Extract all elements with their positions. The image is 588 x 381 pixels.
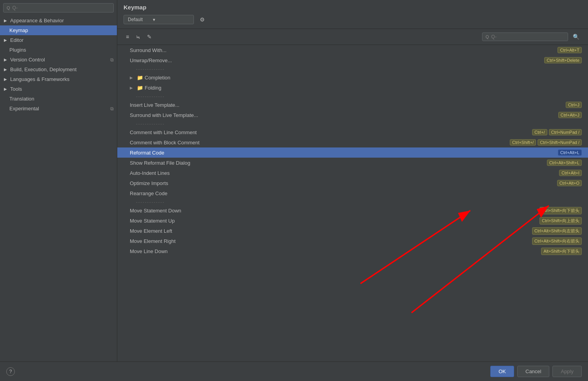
keymap-row-unwrap[interactable]: Unwrap/Remove...Ctrl+Shift+Delete (117, 55, 588, 65)
dropdown-value: Default (128, 17, 143, 22)
keymap-row-optimize-imports[interactable]: Optimize ImportsCtrl+Alt+O (117, 178, 588, 188)
keymap-row-sep3: ------------- (117, 120, 588, 127)
sidebar-item-label: Languages & Frameworks (10, 76, 114, 82)
keymap-row-show-reformat[interactable]: Show Reformat File DialogCtrl+Alt+Shift+… (117, 158, 588, 168)
cancel-button[interactable]: Cancel (517, 366, 549, 377)
sidebar-item-version-control[interactable]: ▶Version Control⧉ (0, 55, 117, 65)
shortcut-badge: Alt+Shift+向下箭头 (541, 248, 582, 255)
sidebar-item-label: Editor (10, 37, 114, 43)
keymap-row-insert-live[interactable]: Insert Live Template...Ctrl+J (117, 100, 588, 110)
edit-icon: ✎ (147, 34, 152, 40)
shortcuts-area: Alt+Shift+向下箭头 (541, 248, 582, 255)
shortcuts-area: Ctrl+Alt+L (558, 149, 582, 156)
shortcut-badge: Ctrl+Alt+T (558, 47, 582, 53)
keymap-row-completion[interactable]: ▶📁Completion (117, 72, 588, 83)
keymap-item-label: Move Element Left (130, 228, 532, 234)
toolbar-search-container[interactable]: Q (482, 32, 568, 41)
sidebar-item-label: Translation (9, 96, 114, 102)
sidebar-item-label: Keymap (9, 27, 114, 33)
toolbar-search-input[interactable] (491, 34, 565, 40)
separator-line: ------------- (136, 94, 165, 99)
keymap-row-move-stmt-up[interactable]: Move Statement UpCtrl+Shift+向上箭头 (117, 216, 588, 226)
help-button[interactable]: ? (6, 367, 15, 376)
sidebar-item-appearance[interactable]: ▶Appearance & Behavior (0, 16, 117, 25)
sidebar-item-experimental[interactable]: Experimental⧉ (0, 104, 117, 113)
keymap-row-reformat-code[interactable]: Reformat CodeCtrl+Alt+L (117, 147, 588, 158)
sidebar-item-editor[interactable]: ▶Editor (0, 35, 117, 45)
collapse-all-icon: ≒ (136, 34, 140, 40)
sidebar: Q ▶Appearance & BehaviorKeymap▶EditorPlu… (0, 0, 117, 361)
ok-button[interactable]: OK (490, 366, 514, 377)
keymap-item-label: Comment with Block Comment (130, 140, 510, 146)
shortcut-badge: Ctrl+Alt+Shift+向右箭头 (532, 237, 582, 245)
collapse-all-button[interactable]: ≒ (134, 32, 142, 41)
sidebar-item-plugins[interactable]: Plugins (0, 45, 117, 55)
keymap-row-move-elem-left[interactable]: Move Element LeftCtrl+Alt+Shift+向左箭头 (117, 226, 588, 236)
folder-icon: 📁 (137, 74, 143, 81)
keymap-row-move-stmt-down[interactable]: Move Statement DownCtrl+Shift+向下箭头 (117, 205, 588, 216)
bottom-right: OK Cancel Apply (490, 366, 582, 377)
shortcut-badge: Ctrl+Shift+向上箭头 (540, 217, 582, 225)
keymap-row-comment-block[interactable]: Comment with Block CommentCtrl+Shift+/Ct… (117, 137, 588, 147)
find-shortcut-button[interactable]: 🔍 (570, 32, 582, 41)
sidebar-item-tools[interactable]: ▶Tools (0, 84, 117, 94)
main-container: Q ▶Appearance & BehaviorKeymap▶EditorPlu… (0, 0, 588, 361)
expand-arrow-icon: ▶ (3, 58, 8, 62)
shortcuts-area: Ctrl+Alt+Shift+向右箭头 (532, 237, 582, 245)
toolbar-search-icon: Q (486, 34, 489, 39)
shortcut-badge: Ctrl+/ (532, 129, 547, 135)
sidebar-item-label: Appearance & Behavior (10, 18, 114, 23)
sidebar-item-build[interactable]: ▶Build, Execution, Deployment (0, 65, 117, 74)
expand-all-button[interactable]: ≡ (124, 32, 131, 41)
shortcut-badge: Ctrl+Alt+I (559, 170, 582, 176)
keymap-item-label: Folding (145, 85, 582, 91)
separator-line: ------------- (136, 199, 165, 204)
keymap-item-label: Auto-Indent Lines (130, 170, 559, 176)
shortcuts-area: Ctrl+J (566, 102, 582, 108)
shortcut-badge: Ctrl+Alt+L (558, 149, 582, 156)
keymap-item-label: Rearrange Code (130, 190, 582, 196)
shortcut-badge: Ctrl+Alt+Shift+L (547, 160, 582, 166)
keymap-row-sep4: ------------- (117, 198, 588, 205)
bottom-bar: ? OK Cancel Apply (0, 361, 588, 381)
keymap-row-move-line-down[interactable]: Move Line DownAlt+Shift+向下箭头 (117, 246, 588, 256)
shortcuts-area: Ctrl+Shift+向下箭头 (540, 207, 582, 214)
keymap-row-rearrange-code[interactable]: Rearrange Code (117, 188, 588, 198)
shortcuts-area: Ctrl+Alt+Shift+向左箭头 (532, 227, 582, 235)
shortcut-badge: Ctrl+J (566, 102, 582, 108)
keymap-item-label: Surround With... (130, 47, 558, 53)
separator-line: ------------- (136, 121, 165, 126)
folder-icon: 📁 (137, 84, 143, 91)
sidebar-item-languages[interactable]: ▶Languages & Frameworks (0, 74, 117, 84)
sidebar-item-keymap[interactable]: Keymap (0, 25, 117, 35)
shortcut-badge: Ctrl+Alt+J (558, 112, 582, 118)
sidebar-item-label: Version Control (10, 57, 108, 63)
keymap-row-auto-indent[interactable]: Auto-Indent LinesCtrl+Alt+I (117, 168, 588, 178)
sidebar-search-input[interactable] (13, 5, 110, 11)
keymap-item-label: Move Element Right (130, 238, 532, 244)
edit-shortcut-button[interactable]: ✎ (145, 32, 154, 41)
keymap-row-surround-live[interactable]: Surround with Live Template...Ctrl+Alt+J (117, 110, 588, 120)
dropdown-arrow-icon: ▼ (152, 18, 156, 22)
sidebar-item-label: Plugins (9, 47, 114, 53)
separator-line: ------------- (136, 66, 165, 71)
keymap-item-label: Show Reformat File Dialog (130, 160, 547, 166)
keymap-item-label: Surround with Live Template... (130, 112, 558, 118)
keymap-row-sep2: ------------- (117, 93, 588, 100)
copy-icon: ⧉ (110, 106, 114, 111)
keymap-row-surround-with[interactable]: Surround With...Ctrl+Alt+T (117, 45, 588, 55)
keymap-row-move-elem-right[interactable]: Move Element RightCtrl+Alt+Shift+向右箭头 (117, 236, 588, 246)
keymap-item-label: Comment with Line Comment (130, 129, 532, 135)
sidebar-item-translation[interactable]: Translation (0, 94, 117, 104)
expand-arrow-icon: ▶ (3, 18, 8, 23)
shortcut-badge: Ctrl+Alt+Shift+向左箭头 (532, 227, 582, 235)
gear-button[interactable]: ⚙ (197, 14, 208, 25)
keymap-row-folding[interactable]: ▶📁Folding (117, 83, 588, 93)
apply-button[interactable]: Apply (552, 366, 582, 377)
keymap-dropdown[interactable]: Default ▼ (124, 15, 194, 24)
keymap-item-label: Move Line Down (130, 248, 541, 254)
shortcut-badge: Ctrl+NumPad / (549, 129, 582, 135)
keymap-row-comment-line[interactable]: Comment with Line CommentCtrl+/Ctrl+NumP… (117, 127, 588, 137)
sidebar-search-container[interactable]: Q (3, 3, 114, 13)
shortcuts-area: Ctrl+Alt+I (559, 170, 582, 176)
